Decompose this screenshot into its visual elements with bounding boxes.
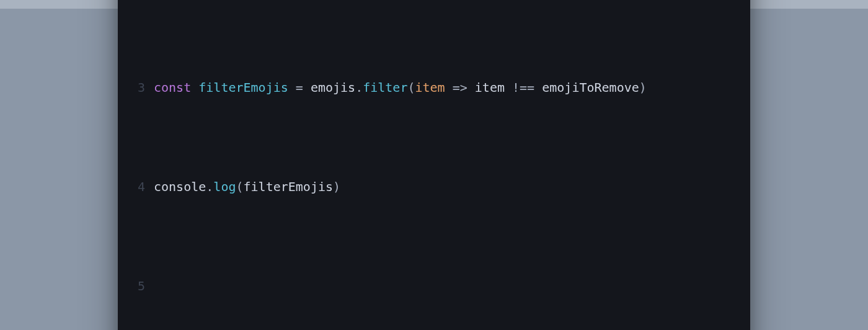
stage: 1 const emojis = ['😀', '😬', '😑', '🤨', '🤔…: [0, 0, 868, 330]
code-content: const filterEmojis = emojis.filter(item …: [154, 78, 647, 97]
code-line: 3 const filterEmojis = emojis.filter(ite…: [131, 78, 737, 97]
code-content: console.log(filterEmojis): [154, 177, 340, 197]
code-line: 5: [131, 276, 737, 296]
code-content: [154, 276, 161, 296]
code-block: 1 const emojis = ['😀', '😬', '😑', '🤨', '🤔…: [118, 0, 750, 330]
code-line: 4 console.log(filterEmojis): [131, 177, 737, 197]
code-window: 1 const emojis = ['😀', '😬', '😑', '🤨', '🤔…: [118, 0, 750, 330]
line-number: 3: [131, 78, 145, 97]
line-number: 4: [131, 177, 145, 197]
line-number: 5: [131, 276, 145, 296]
